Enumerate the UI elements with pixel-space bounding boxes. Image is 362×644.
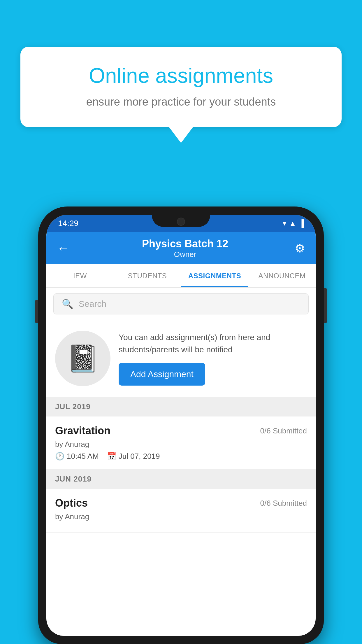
search-bar[interactable]: 🔍 Search — [53, 293, 309, 314]
assignment-submitted-optics: 0/6 Submitted — [260, 499, 307, 508]
app-bar-title-container: Physics Batch 12 Owner — [75, 238, 295, 259]
signal-icon: ▲ — [289, 219, 296, 228]
section-header-jun: JUN 2019 — [46, 469, 316, 489]
battery-icon: ▐ — [299, 219, 304, 228]
assignment-meta: 🕐 10:45 AM 📅 Jul 07, 2019 — [55, 452, 307, 461]
phone-notch — [152, 215, 210, 227]
assignment-date-value: Jul 07, 2019 — [119, 452, 160, 461]
app-bar-subtitle: Owner — [75, 250, 295, 259]
assignment-promo: 📓 You can add assignment(s) from here an… — [46, 320, 316, 397]
power-button-right — [324, 288, 327, 323]
tab-students[interactable]: STUDENTS — [114, 264, 181, 287]
assignment-time-value: 10:45 AM — [67, 452, 99, 461]
back-button[interactable]: ← — [57, 241, 70, 256]
volume-button-left — [35, 300, 38, 323]
assignment-by-optics: by Anurag — [55, 512, 307, 521]
assignment-item-gravitation[interactable]: Gravitation 0/6 Submitted by Anurag 🕐 10… — [46, 416, 316, 469]
assignment-item-optics[interactable]: Optics 0/6 Submitted by Anurag — [46, 489, 316, 533]
speech-bubble-title: Online assignments — [41, 64, 321, 87]
promo-text: You can add assignment(s) from here and … — [119, 331, 307, 356]
search-icon: 🔍 — [62, 298, 73, 309]
speech-bubble-container: Online assignments ensure more practice … — [20, 47, 342, 127]
assignment-item-header-optics: Optics 0/6 Submitted — [55, 497, 307, 509]
assignment-name: Gravitation — [55, 425, 110, 437]
tab-assignments[interactable]: ASSIGNMENTS — [181, 264, 248, 287]
add-assignment-button[interactable]: Add Assignment — [119, 363, 205, 386]
tab-iew-label: IEW — [73, 272, 87, 280]
clock-icon: 🕐 — [55, 452, 64, 461]
section-header-jul: JUL 2019 — [46, 397, 316, 416]
settings-icon[interactable]: ⚙ — [295, 242, 305, 255]
tab-announcements[interactable]: ANNOUNCEM — [248, 264, 316, 287]
front-camera — [177, 218, 185, 226]
search-container: 🔍 Search — [46, 288, 316, 320]
tab-students-label: STUDENTS — [128, 272, 167, 280]
calendar-icon: 📅 — [107, 452, 116, 461]
speech-bubble-subtitle: ensure more practice for your students — [41, 94, 321, 110]
assignment-by: by Anurag — [55, 440, 307, 449]
tabs: IEW STUDENTS ASSIGNMENTS ANNOUNCEM — [46, 264, 316, 288]
assignment-item-header: Gravitation 0/6 Submitted — [55, 425, 307, 437]
phone-frame: 14:29 ▾ ▲ ▐ ← Physics Batch 12 Owner ⚙ I… — [38, 206, 324, 644]
assignment-time: 🕐 10:45 AM — [55, 452, 99, 461]
status-time: 14:29 — [58, 219, 78, 228]
assignment-date: 📅 Jul 07, 2019 — [107, 452, 160, 461]
wifi-icon: ▾ — [283, 219, 286, 228]
notebook-icon: 📓 — [66, 343, 99, 374]
tab-announcements-label: ANNOUNCEM — [259, 272, 306, 280]
promo-icon-circle: 📓 — [55, 331, 110, 386]
phone-screen: 14:29 ▾ ▲ ▐ ← Physics Batch 12 Owner ⚙ I… — [46, 215, 316, 636]
status-icons: ▾ ▲ ▐ — [283, 219, 304, 228]
speech-bubble: Online assignments ensure more practice … — [20, 47, 342, 127]
assignment-name-optics: Optics — [55, 497, 88, 509]
tab-assignments-label: ASSIGNMENTS — [188, 272, 241, 280]
tab-iew[interactable]: IEW — [46, 264, 114, 287]
promo-content: You can add assignment(s) from here and … — [119, 331, 307, 386]
app-bar-title: Physics Batch 12 — [75, 238, 295, 250]
app-bar: ← Physics Batch 12 Owner ⚙ — [46, 232, 316, 264]
assignment-submitted: 0/6 Submitted — [260, 426, 307, 435]
search-input-placeholder: Search — [79, 299, 106, 309]
